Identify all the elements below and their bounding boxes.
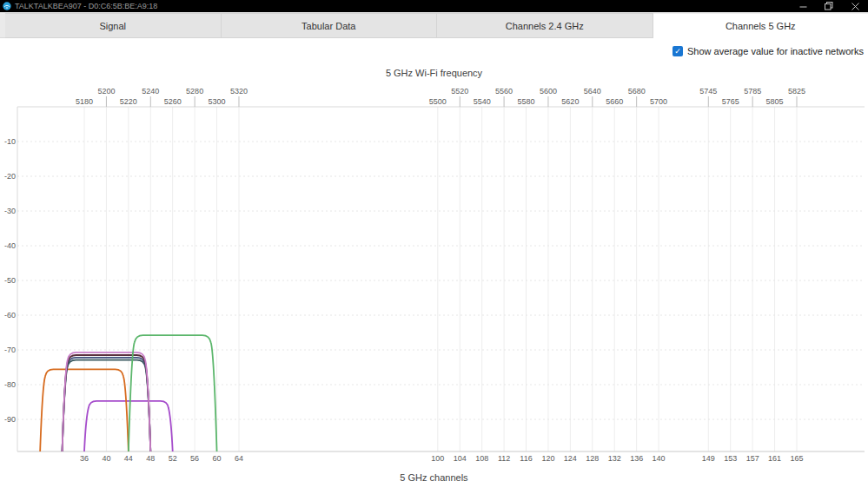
svg-text:5745: 5745 (699, 87, 717, 96)
svg-text:5280: 5280 (186, 87, 203, 96)
svg-text:149: 149 (702, 454, 715, 463)
svg-text:5640: 5640 (584, 87, 601, 96)
svg-text:116: 116 (520, 454, 532, 463)
svg-text:128: 128 (586, 454, 599, 463)
svg-text:5600: 5600 (540, 87, 557, 96)
svg-text:132: 132 (608, 454, 621, 463)
svg-text:36: 36 (80, 454, 89, 463)
channels-5ghz-chart: -10-20-30-40-50-60-70-80-905180520052205… (0, 0, 868, 481)
svg-text:124: 124 (564, 454, 577, 463)
svg-text:-90: -90 (4, 415, 16, 424)
svg-text:153: 153 (724, 454, 737, 463)
svg-text:5765: 5765 (722, 97, 739, 106)
svg-text:120: 120 (541, 454, 554, 463)
x-axis-title: 5 GHz channels (0, 472, 868, 481)
svg-text:5240: 5240 (142, 87, 159, 96)
svg-text:-60: -60 (4, 311, 16, 320)
svg-text:52: 52 (169, 454, 177, 463)
svg-text:-10: -10 (4, 137, 16, 146)
svg-text:5805: 5805 (766, 97, 784, 106)
svg-text:5200: 5200 (97, 87, 115, 96)
svg-text:104: 104 (454, 454, 467, 463)
svg-text:5520: 5520 (451, 87, 468, 96)
svg-text:60: 60 (213, 454, 222, 463)
svg-text:5260: 5260 (164, 97, 182, 106)
svg-text:-80: -80 (4, 380, 16, 389)
svg-text:56: 56 (190, 454, 199, 463)
svg-text:112: 112 (498, 454, 510, 463)
svg-text:100: 100 (431, 454, 444, 463)
svg-text:161: 161 (768, 454, 781, 463)
svg-text:5540: 5540 (474, 97, 491, 106)
svg-text:5220: 5220 (120, 97, 137, 106)
svg-text:-50: -50 (4, 276, 16, 285)
svg-text:-40: -40 (4, 241, 16, 250)
svg-text:5680: 5680 (628, 87, 646, 96)
svg-text:5825: 5825 (788, 87, 805, 96)
svg-text:5300: 5300 (209, 97, 226, 106)
svg-text:44: 44 (124, 454, 133, 463)
svg-text:5620: 5620 (561, 97, 579, 106)
svg-text:136: 136 (630, 454, 643, 463)
svg-text:5320: 5320 (230, 87, 248, 96)
svg-text:157: 157 (746, 454, 759, 463)
svg-text:40: 40 (102, 454, 110, 463)
svg-text:5180: 5180 (76, 97, 93, 106)
svg-text:48: 48 (146, 454, 155, 463)
svg-text:108: 108 (475, 454, 488, 463)
svg-text:-20: -20 (4, 172, 16, 181)
svg-text:5785: 5785 (744, 87, 761, 96)
svg-text:5700: 5700 (650, 97, 667, 106)
svg-text:165: 165 (790, 454, 803, 463)
svg-text:64: 64 (235, 454, 243, 463)
svg-text:5500: 5500 (429, 97, 447, 106)
svg-text:5660: 5660 (606, 97, 623, 106)
svg-text:-70: -70 (4, 346, 16, 354)
svg-text:5560: 5560 (495, 87, 513, 96)
svg-text:-30: -30 (4, 207, 16, 215)
svg-text:5580: 5580 (518, 97, 535, 106)
svg-text:140: 140 (653, 454, 666, 463)
